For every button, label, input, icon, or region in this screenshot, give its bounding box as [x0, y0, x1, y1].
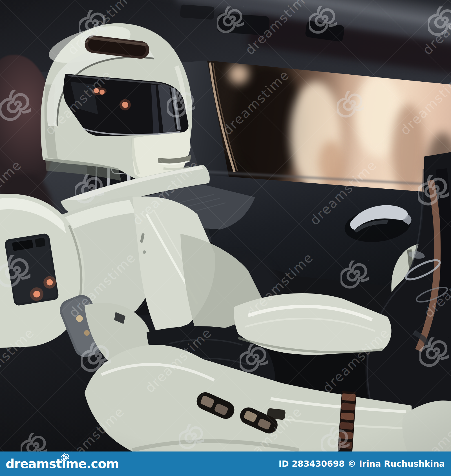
visor-eye-light-2	[122, 102, 128, 108]
roof-console	[180, 5, 345, 42]
image-credit: ID 283430698 © Irina Ruchushkina	[278, 459, 445, 469]
spiral-logo-icon	[61, 453, 69, 461]
door-handle	[343, 205, 413, 246]
footer-bar: dreamstime.com ID 283430698 © Irina Ruch…	[0, 451, 451, 476]
dreamstime-logo: dreamstime.com	[6, 451, 119, 476]
visor-eye-light	[94, 88, 99, 93]
robot-head	[41, 19, 192, 187]
limb-detail-button	[267, 408, 286, 420]
stock-photo-preview: dreamstimedreamstimedreamstimedreamstime…	[0, 0, 451, 476]
photo-area: dreamstimedreamstimedreamstimedreamstime…	[0, 0, 451, 451]
window-frame-trim-shadow	[213, 63, 237, 171]
robot-and-wheel-illustration	[0, 0, 451, 451]
